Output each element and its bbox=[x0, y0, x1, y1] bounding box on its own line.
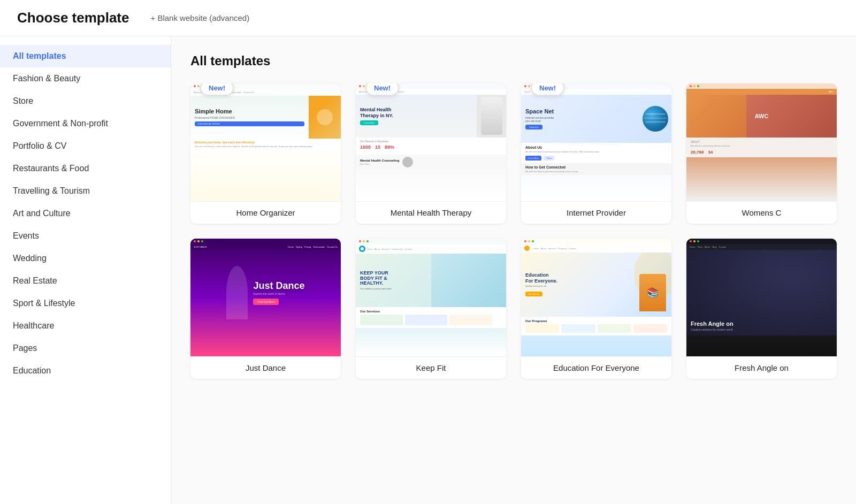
preview-bar-womens bbox=[686, 83, 837, 89]
preview-inner-dance: JUST DANCEHomeStylingPricingTestimonials… bbox=[190, 239, 341, 356]
card-label-fresh-angle: Fresh Angle on bbox=[686, 356, 837, 379]
card-label-just-dance: Just Dance bbox=[190, 356, 341, 379]
dot-green bbox=[697, 85, 699, 87]
sidebar-item-travelling[interactable]: Travelling & Tourism bbox=[0, 180, 171, 202]
sidebar-item-events[interactable]: Events bbox=[0, 225, 171, 247]
sidebar-item-portfolio[interactable]: Portfolio & CV bbox=[0, 135, 171, 157]
top-bar: Choose template + Blank website (advance… bbox=[0, 0, 856, 36]
template-card-fresh-angle[interactable]: HomeWorkAboutBlogContact Fresh Angle on … bbox=[686, 239, 837, 379]
sidebar-item-sport[interactable]: Sport & Lifestyle bbox=[0, 292, 171, 315]
template-card-internet-provider[interactable]: New! HomeServicesPlansContact Us S bbox=[521, 83, 671, 224]
preview-bar-fresh bbox=[686, 239, 837, 244]
dot-yellow bbox=[528, 240, 530, 242]
template-card-just-dance[interactable]: JUST DANCEHomeStylingPricingTestimonials… bbox=[190, 239, 341, 379]
card-label-education: Education For Everyone bbox=[521, 356, 671, 379]
card-preview-education: HomeAboutServicesProgramsContact Educati… bbox=[521, 239, 671, 356]
template-card-education[interactable]: HomeAboutServicesProgramsContact Educati… bbox=[521, 239, 671, 379]
template-grid-row1: New! About UsServicesSpecial OfferTestim… bbox=[190, 83, 837, 224]
dot-yellow bbox=[197, 240, 200, 242]
template-card-home-organizer[interactable]: New! About UsServicesSpecial OfferTestim… bbox=[190, 83, 341, 224]
preview-inner-womens: AWC AWC ABOUT We offer fun bbox=[686, 83, 837, 201]
content-area: All templates New! About UsServicesSpeci… bbox=[171, 36, 856, 504]
sidebar-item-wedding[interactable]: Wedding bbox=[0, 247, 171, 270]
preview-inner-fresh: HomeWorkAboutBlogContact Fresh Angle on … bbox=[686, 239, 837, 356]
sidebar-item-store[interactable]: Store bbox=[0, 90, 171, 112]
sidebar-item-education[interactable]: Education bbox=[0, 360, 171, 382]
card-label-mental-health: Mental Health Therapy bbox=[356, 201, 506, 224]
preview-inner: About UsServicesSpecial OfferTestimonial… bbox=[190, 83, 341, 201]
dot-red bbox=[524, 240, 526, 242]
card-preview-internet-provider: New! HomeServicesPlansContact Us S bbox=[521, 83, 671, 201]
new-badge-mental-health: New! bbox=[365, 83, 399, 96]
card-preview-just-dance: JUST DANCEHomeStylingPricingTestimonials… bbox=[190, 239, 341, 356]
dot-yellow bbox=[363, 85, 365, 87]
preview-inner-edu: HomeAboutServicesProgramsContact Educati… bbox=[521, 239, 671, 356]
new-badge-internet: New! bbox=[531, 83, 564, 96]
page-title: Choose template bbox=[17, 10, 129, 26]
dot-red bbox=[194, 240, 196, 242]
dot-red bbox=[359, 240, 361, 242]
main-layout: All templates Fashion & Beauty Store Gov… bbox=[0, 36, 856, 504]
template-card-mental-health[interactable]: New! Meet UsServicesTestimonialsContact … bbox=[356, 83, 506, 224]
card-preview-womens: AWC AWC ABOUT We offer fun bbox=[686, 83, 837, 201]
preview-bar-fit bbox=[356, 239, 506, 244]
dot-yellow bbox=[693, 85, 696, 87]
content-title: All templates bbox=[190, 54, 837, 68]
sidebar-item-art[interactable]: Art and Culture bbox=[0, 202, 171, 225]
card-preview-mental-health: New! Meet UsServicesTestimonialsContact … bbox=[356, 83, 506, 201]
preview-inner-fit: HomeAboutServicesTestimonialsContact KEE… bbox=[356, 239, 506, 356]
dot-green bbox=[366, 240, 369, 242]
template-card-keep-fit[interactable]: HomeAboutServicesTestimonialsContact KEE… bbox=[356, 239, 506, 379]
card-label-internet-provider: Internet Provider bbox=[521, 201, 671, 224]
sidebar: All templates Fashion & Beauty Store Gov… bbox=[0, 36, 171, 504]
dot-red bbox=[524, 85, 526, 87]
dot-red bbox=[690, 240, 692, 242]
card-label-home-organizer: Home Organizer bbox=[190, 201, 341, 224]
preview-inner-internet: HomeServicesPlansContact Us Space Net In… bbox=[521, 83, 671, 201]
preview-inner-mental: Meet UsServicesTestimonialsContact Us Me… bbox=[356, 83, 506, 201]
template-grid-row2: JUST DANCEHomeStylingPricingTestimonials… bbox=[190, 239, 837, 379]
sidebar-item-pages[interactable]: Pages bbox=[0, 337, 171, 360]
dot-red bbox=[194, 85, 196, 87]
blank-website-button[interactable]: + Blank website (advanced) bbox=[151, 13, 250, 22]
preview-bar-dance bbox=[190, 239, 341, 244]
card-preview-home-organizer: New! About UsServicesSpecial OfferTestim… bbox=[190, 83, 341, 201]
dot-yellow bbox=[197, 85, 200, 87]
new-badge-home-organizer: New! bbox=[200, 83, 234, 96]
card-preview-keep-fit: HomeAboutServicesTestimonialsContact KEE… bbox=[356, 239, 506, 356]
sidebar-item-fashion[interactable]: Fashion & Beauty bbox=[0, 67, 171, 90]
dot-green bbox=[532, 240, 534, 242]
dot-red bbox=[690, 85, 692, 87]
dot-yellow bbox=[693, 240, 696, 242]
sidebar-item-government[interactable]: Government & Non-profit bbox=[0, 112, 171, 135]
sidebar-item-restaurants[interactable]: Restaurants & Food bbox=[0, 157, 171, 180]
card-preview-fresh-angle: HomeWorkAboutBlogContact Fresh Angle on … bbox=[686, 239, 837, 356]
card-label-womens: Womens C bbox=[686, 201, 837, 224]
dot-green bbox=[201, 240, 203, 242]
dot-red bbox=[359, 85, 361, 87]
sidebar-item-realestate[interactable]: Real Estate bbox=[0, 270, 171, 292]
dot-yellow bbox=[363, 240, 365, 242]
sidebar-item-healthcare[interactable]: Healthcare bbox=[0, 315, 171, 337]
preview-bar-edu bbox=[521, 239, 671, 244]
blank-website-label: + Blank website (advanced) bbox=[151, 13, 250, 22]
sidebar-item-all[interactable]: All templates bbox=[0, 45, 171, 67]
card-label-keep-fit: Keep Fit bbox=[356, 356, 506, 379]
template-card-womens[interactable]: AWC AWC ABOUT We offer fun bbox=[686, 83, 837, 224]
dot-green bbox=[697, 240, 699, 242]
dot-yellow bbox=[528, 85, 530, 87]
